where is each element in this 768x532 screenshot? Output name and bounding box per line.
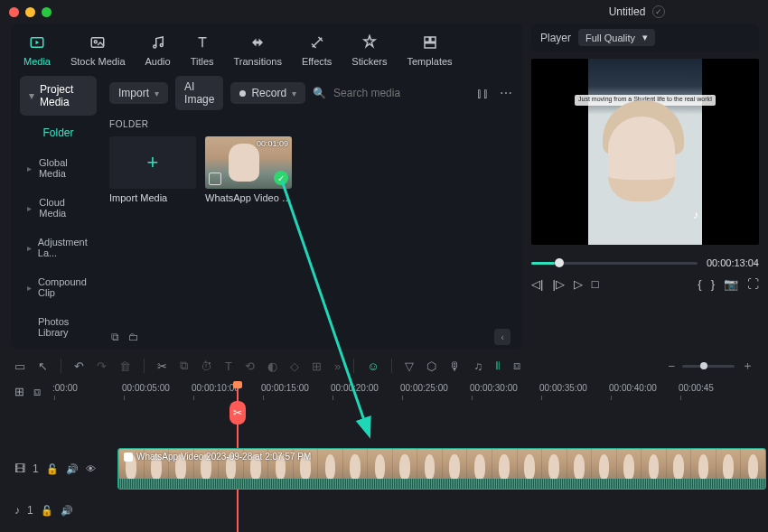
media-clip-tile[interactable]: 00:01:09 ✓ WhatsApp Video 202... [205, 136, 292, 203]
svg-rect-5 [425, 37, 429, 42]
play-icon[interactable]: ▷ [574, 277, 583, 291]
text-icon[interactable]: T [225, 359, 232, 373]
color-icon[interactable]: ◐ [267, 359, 277, 373]
media-icon [27, 33, 47, 52]
clip-thumbnail [229, 144, 259, 182]
tab-transitions[interactable]: Transitions [234, 33, 282, 67]
sidebar-item-photos-library[interactable]: Photos Library [20, 309, 97, 345]
marker-out-icon[interactable]: } [711, 277, 715, 291]
audio-track-1[interactable]: ♪ 1 🔓 🔊 [11, 500, 768, 520]
music-icon[interactable]: ♫ [473, 359, 482, 373]
media-panel: Media Stock Media Audio Titles Transitio… [11, 23, 522, 349]
more-icon[interactable]: ⋯ [500, 86, 512, 100]
player-controls: ◁| |▷ ▷ □ { } 📷 ⛶ [531, 277, 759, 291]
panel-tabs: Media Stock Media Audio Titles Transitio… [20, 33, 513, 76]
marker-tool-icon[interactable]: ▽ [405, 359, 414, 373]
svg-point-4 [160, 44, 163, 47]
tab-media[interactable]: Media [23, 33, 51, 67]
timeline-clip[interactable]: WhatsApp Video 2023-09-28 at 2:07:57 PM [117, 448, 766, 490]
minimize-window-icon[interactable] [25, 7, 35, 17]
ai-tool-icon[interactable]: ☺ [367, 359, 379, 373]
collapse-sidebar-icon[interactable]: ‹ [494, 329, 510, 345]
tab-stock-media[interactable]: Stock Media [70, 33, 126, 67]
check-badge-icon: ✓ [274, 171, 288, 185]
split-icon[interactable]: ✂ [157, 359, 167, 373]
stock-icon [88, 33, 108, 52]
new-folder-icon[interactable]: 🗀 [128, 331, 139, 343]
panel-footer: ⧉ 🗀 ‹ [109, 325, 512, 345]
close-window-icon[interactable] [9, 7, 19, 17]
ai-image-button[interactable]: AI Image [175, 76, 223, 110]
crop-icon[interactable]: ⧉ [180, 359, 188, 373]
adjust-icon[interactable]: ⊞ [312, 359, 322, 373]
clip-play-icon [124, 453, 133, 462]
speed-icon[interactable]: ⏱ [201, 359, 212, 373]
titlebar: Untitled ✓ [0, 0, 768, 23]
step-back-icon[interactable]: ◁| [531, 277, 543, 291]
redo-icon[interactable]: ↷ [97, 359, 107, 373]
search-input[interactable] [333, 87, 469, 99]
sidebar-item-compound-clip[interactable]: ▸Compound Clip [20, 269, 97, 305]
fullscreen-icon[interactable]: ⛶ [747, 277, 759, 291]
import-media-tile[interactable]: + Import Media [109, 136, 196, 203]
sync-status-icon[interactable]: ✓ [652, 5, 665, 18]
caret-right-icon: ▸ [27, 163, 33, 173]
tab-stickers-label: Stickers [351, 56, 387, 67]
filter-icon[interactable]: ⫿⫿ [476, 86, 489, 100]
seek-thumb[interactable] [555, 258, 564, 267]
delete-icon[interactable]: 🗑 [119, 359, 131, 373]
track-mute-icon[interactable]: 🔊 [66, 463, 79, 475]
maximize-window-icon[interactable] [42, 7, 52, 17]
undo-icon[interactable]: ↶ [74, 359, 84, 373]
playhead-scissors-icon[interactable]: ✂ [229, 401, 246, 425]
more-tools-icon[interactable]: » [334, 359, 341, 373]
tab-titles[interactable]: Titles [191, 33, 214, 67]
sidebar-item-cloud-media[interactable]: ▸Cloud Media [20, 190, 97, 226]
record-dropdown[interactable]: Record▾ [230, 82, 305, 104]
zoom-out-icon[interactable]: − [668, 359, 675, 373]
new-bin-icon[interactable]: ⧉ [111, 331, 119, 343]
sidebar-item-adjustment-layer[interactable]: ▸Adjustment La... [20, 229, 97, 266]
folder-tab[interactable]: Folder [20, 119, 97, 146]
chevron-down-icon: ▾ [155, 89, 159, 98]
timeline-link-icon[interactable]: ⧈ [33, 385, 41, 399]
import-dropdown[interactable]: Import▾ [109, 82, 168, 104]
tab-effects[interactable]: Effects [302, 33, 332, 67]
pointer-tool-icon[interactable]: ▭ [14, 359, 25, 373]
magnet-icon[interactable]: ⫴ [495, 359, 501, 373]
timeline-ruler[interactable]: :00:0000:00:05:0000:00:10:0000:00:15:000… [54, 385, 768, 401]
select-tool-icon[interactable]: ↖ [38, 359, 48, 373]
zoom-in-icon[interactable]: ＋ [742, 358, 754, 374]
svg-point-3 [153, 45, 155, 48]
voiceover-icon[interactable]: 🎙 [449, 359, 461, 373]
track-lock-icon[interactable]: 🔓 [46, 463, 59, 475]
player-seek-slider[interactable] [531, 262, 698, 265]
link-icon[interactable]: ⧈ [513, 359, 520, 373]
shield-icon[interactable]: ⬡ [426, 359, 436, 373]
marker-in-icon[interactable]: { [698, 277, 701, 291]
stop-icon[interactable]: □ [592, 277, 599, 291]
tab-audio[interactable]: Audio [145, 33, 171, 67]
snapshot-icon[interactable]: 📷 [724, 277, 738, 291]
tab-templates[interactable]: Templates [407, 33, 452, 67]
timeline[interactable]: ⊞ ⧈ :00:0000:00:05:0000:00:10:0000:00:15… [0, 381, 768, 532]
step-forward-icon[interactable]: |▷ [552, 277, 564, 291]
search-field[interactable]: 🔍 [313, 87, 469, 99]
quality-dropdown[interactable]: Full Quality▾ [578, 29, 655, 46]
project-media-button[interactable]: ▾ Project Media [20, 76, 97, 116]
timeline-view-icon[interactable]: ⊞ [14, 385, 24, 399]
track-lock-icon[interactable]: 🔓 [41, 505, 53, 517]
rotation-icon[interactable]: ⟲ [245, 359, 255, 373]
video-track-1[interactable]: 🎞 1 🔓 🔊 👁 WhatsApp Video 2023-09-28 at 2… [11, 446, 768, 491]
sidebar-item-global-media[interactable]: ▸Global Media [20, 150, 97, 186]
tab-stickers[interactable]: Stickers [351, 33, 387, 67]
zoom-slider[interactable] [682, 365, 735, 368]
keyframe-icon[interactable]: ◇ [290, 359, 299, 373]
clip-type-icon [209, 173, 221, 185]
track-visible-icon[interactable]: 👁 [86, 463, 96, 474]
chevron-down-icon: ▾ [642, 32, 648, 43]
player-viewport[interactable]: Just moving from a Student life to the r… [531, 59, 759, 245]
track-mute-icon[interactable]: 🔊 [61, 505, 73, 517]
tab-media-label: Media [23, 56, 51, 67]
window-controls[interactable] [9, 7, 52, 17]
